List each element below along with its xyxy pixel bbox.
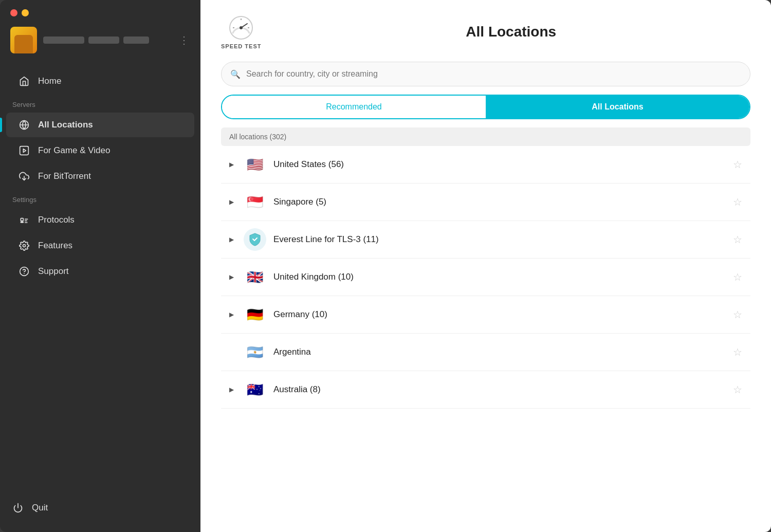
sidebar-item-all-locations-label: All Locations: [38, 120, 93, 130]
svg-point-13: [240, 26, 243, 29]
user-info-bar3: [123, 36, 149, 44]
location-item-uk[interactable]: ▶ 🇬🇧 United Kingdom (10) ☆: [221, 259, 750, 296]
flag-ar: 🇦🇷: [244, 341, 266, 363]
servers-section-label: Servers: [0, 95, 200, 112]
svg-marker-3: [23, 149, 26, 153]
location-item-everest[interactable]: ▶ Everest Line for TLS-3 (11) ☆: [221, 221, 750, 259]
expand-arrow-us: ▶: [229, 161, 236, 168]
favorite-star-au[interactable]: ☆: [733, 383, 742, 396]
quit-button[interactable]: Quit: [12, 498, 188, 518]
location-name-sg: Singapore (5): [273, 197, 726, 207]
expand-arrow-sg: ▶: [229, 198, 236, 206]
location-item-sg[interactable]: ▶ 🇸🇬 Singapore (5) ☆: [221, 184, 750, 221]
sidebar-item-game-video-label: For Game & Video: [38, 145, 110, 156]
sidebar-item-bittorrent-label: For BitTorrent: [38, 171, 91, 181]
main-header: SPEED TEST All Locations: [200, 0, 771, 60]
favorite-star-us[interactable]: ☆: [733, 158, 742, 171]
sidebar-item-home-label: Home: [38, 76, 61, 86]
sidebar-item-features[interactable]: Features: [6, 233, 194, 258]
user-info-bar2: [88, 36, 119, 44]
svg-rect-2: [20, 146, 29, 155]
search-bar: 🔍: [221, 62, 750, 86]
favorite-star-ar[interactable]: ☆: [733, 346, 742, 358]
flag-au: 🇦🇺: [244, 378, 266, 401]
svg-rect-6: [21, 222, 23, 223]
sidebar-item-protocols-label: Protocols: [38, 215, 75, 225]
sidebar-bottom: Quit: [0, 490, 200, 532]
sidebar-item-bittorrent[interactable]: For BitTorrent: [6, 164, 194, 189]
sidebar-item-home[interactable]: Home: [6, 69, 194, 94]
user-section: ⋮: [0, 22, 200, 64]
search-input[interactable]: [221, 62, 750, 86]
tab-recommended[interactable]: Recommended: [222, 96, 486, 118]
flag-uk: 🇬🇧: [244, 266, 266, 288]
favorite-star-everest[interactable]: ☆: [733, 233, 742, 246]
sidebar-item-protocols[interactable]: Protocols: [6, 208, 194, 232]
location-name-au: Australia (8): [273, 384, 726, 395]
locations-count-header: All locations (302): [221, 127, 750, 146]
protocols-icon: [19, 214, 30, 226]
speed-test-label: SPEED TEST: [221, 43, 261, 49]
titlebar: [0, 0, 200, 22]
main-panel: SPEED TEST All Locations 🔍 Recommended A…: [200, 0, 771, 532]
user-info: [43, 36, 173, 44]
minimize-button[interactable]: [22, 9, 29, 16]
home-icon: [19, 76, 30, 87]
sidebar-item-features-label: Features: [38, 241, 72, 251]
favorite-star-uk[interactable]: ☆: [733, 271, 742, 283]
expand-arrow-uk: ▶: [229, 273, 236, 281]
location-item-au[interactable]: ▶ 🇦🇺 Australia (8) ☆: [221, 371, 750, 409]
avatar: [10, 27, 37, 53]
favorite-star-de[interactable]: ☆: [733, 308, 742, 321]
location-item-us[interactable]: ▶ 🇺🇸 United States (56) ☆: [221, 146, 750, 184]
expand-arrow-de: ▶: [229, 311, 236, 318]
expand-arrow-au: ▶: [229, 386, 236, 393]
torrent-icon: [19, 171, 30, 182]
location-name-de: Germany (10): [273, 309, 726, 320]
settings-section-label: Settings: [0, 190, 200, 207]
sidebar-item-game-video[interactable]: For Game & Video: [6, 138, 194, 163]
flag-us: 🇺🇸: [244, 153, 266, 176]
favorite-star-sg[interactable]: ☆: [733, 196, 742, 208]
sidebar-item-support-label: Support: [38, 266, 69, 277]
flag-de: 🇩🇪: [244, 303, 266, 326]
page-title: All Locations: [271, 24, 750, 40]
speedometer-icon: [228, 14, 254, 41]
speed-test-widget[interactable]: SPEED TEST: [221, 14, 261, 49]
location-name-ar: Argentina: [273, 347, 726, 357]
locations-list: ▶ 🇺🇸 United States (56) ☆ ▶ 🇸🇬 Singapore…: [221, 146, 750, 532]
location-name-uk: United Kingdom (10): [273, 272, 726, 282]
more-options-button[interactable]: ⋮: [179, 35, 190, 45]
tab-toggle: Recommended All Locations: [221, 95, 750, 119]
everest-shield-icon: [244, 228, 266, 251]
sidebar-item-all-locations[interactable]: All Locations: [6, 113, 194, 137]
support-icon: [19, 266, 30, 277]
location-item-ar[interactable]: ▶ 🇦🇷 Argentina ☆: [221, 334, 750, 371]
location-name-everest: Everest Line for TLS-3 (11): [273, 234, 726, 245]
user-info-bar1: [43, 36, 84, 44]
search-icon: 🔍: [230, 69, 241, 79]
sidebar-item-support[interactable]: Support: [6, 259, 194, 284]
svg-point-7: [23, 245, 26, 247]
flag-sg: 🇸🇬: [244, 191, 266, 213]
play-icon: [19, 145, 30, 156]
location-item-de[interactable]: ▶ 🇩🇪 Germany (10) ☆: [221, 296, 750, 334]
tab-all-locations[interactable]: All Locations: [486, 96, 749, 118]
sidebar: ⋮ Home Servers All Loca: [0, 0, 200, 532]
power-icon: [12, 502, 24, 513]
main-content: 🔍 Recommended All Locations All location…: [200, 60, 771, 532]
gear-icon: [19, 240, 30, 251]
globe-icon: [19, 119, 30, 131]
quit-label: Quit: [32, 503, 48, 513]
close-button[interactable]: [10, 9, 17, 16]
svg-rect-5: [21, 218, 23, 221]
expand-arrow-everest: ▶: [229, 236, 236, 243]
location-name-us: United States (56): [273, 159, 726, 170]
nav-section: Home Servers All Locations: [0, 64, 200, 490]
